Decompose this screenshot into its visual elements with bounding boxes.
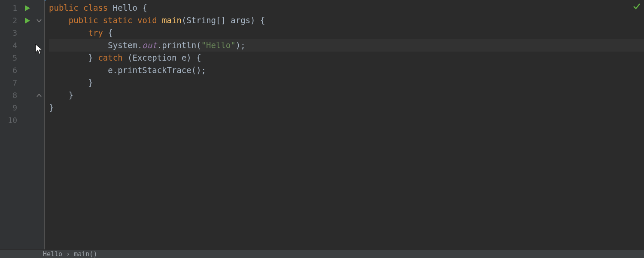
code-line[interactable]: public static void main(String[] args) { xyxy=(49,14,644,27)
code-line[interactable]: try { xyxy=(49,27,644,39)
line-number: 10 xyxy=(0,114,21,126)
code-editor[interactable]: 12345678910 public class Hello { public … xyxy=(0,0,644,249)
line-number: 7 xyxy=(0,77,21,89)
code-area[interactable]: public class Hello { public static void … xyxy=(45,0,644,249)
line-number: 1 xyxy=(0,2,21,14)
inspection-ok-icon[interactable] xyxy=(633,3,641,10)
code-line[interactable]: e.printStackTrace(); xyxy=(49,64,644,77)
code-line-current[interactable]: System.out.println("Hello"); xyxy=(49,39,644,52)
line-number: 2 xyxy=(0,14,21,27)
fold-gutter xyxy=(33,0,45,249)
code-line[interactable] xyxy=(49,114,644,126)
run-icon xyxy=(25,18,30,24)
code-line[interactable]: } xyxy=(49,89,644,101)
line-number: 5 xyxy=(0,52,21,64)
line-number: 6 xyxy=(0,64,21,77)
fold-open-icon xyxy=(36,18,42,23)
run-gutter xyxy=(21,0,33,249)
code-line[interactable]: } catch (Exception e) { xyxy=(49,52,644,64)
svg-marker-0 xyxy=(25,5,30,11)
line-number: 8 xyxy=(0,89,21,101)
run-icon xyxy=(25,5,30,11)
run-line-1[interactable] xyxy=(21,2,33,14)
code-line[interactable]: public class Hello { xyxy=(49,2,644,14)
code-line[interactable]: } xyxy=(49,77,644,89)
fold-close-icon xyxy=(36,93,42,98)
run-line-2[interactable] xyxy=(21,14,33,27)
svg-marker-1 xyxy=(25,18,30,24)
fold-toggle-line-2[interactable] xyxy=(33,14,44,27)
code-line[interactable]: } xyxy=(49,101,644,114)
fold-toggle-line-8[interactable] xyxy=(33,89,44,101)
line-number: 4 xyxy=(0,39,21,52)
line-number: 9 xyxy=(0,101,21,114)
line-number: 3 xyxy=(0,27,21,39)
breadcrumb[interactable]: Hello › main() xyxy=(43,250,97,258)
line-number-gutter: 12345678910 xyxy=(0,0,21,249)
